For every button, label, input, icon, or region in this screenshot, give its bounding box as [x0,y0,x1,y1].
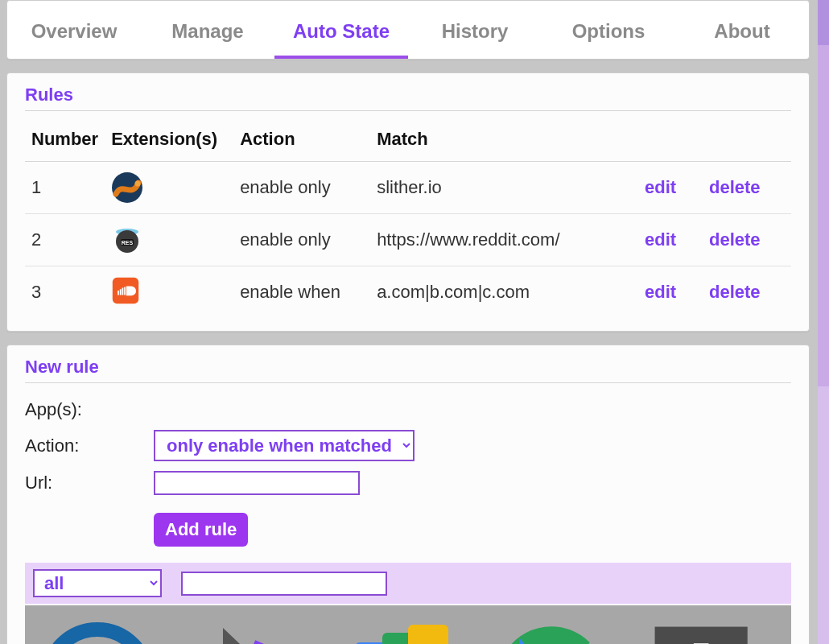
right-accent-bar [818,0,829,644]
svg-text:RES: RES [122,240,134,246]
app-grid: a [25,605,791,644]
column-action: Action [233,122,370,162]
tab-history[interactable]: History [408,9,542,59]
rule-action: enable only [233,162,370,214]
app-filter-bar: all [25,563,791,604]
apps-label: App(s): [25,399,154,420]
filter-type-select[interactable]: all [33,569,162,597]
rule-number: 3 [25,266,105,319]
svg-rect-16 [655,627,748,644]
tab-manage[interactable]: Manage [141,9,274,59]
filter-search-input[interactable] [181,572,387,596]
rules-title: Rules [25,85,791,111]
allrecipes-icon[interactable]: a [41,618,154,644]
rules-table: Number Extension(s) Action Match 1 [25,122,791,318]
column-extensions: Extension(s) [105,122,233,162]
column-number: Number [25,122,105,162]
svg-point-1 [135,181,141,187]
delete-link[interactable]: delete [709,229,761,250]
action-select[interactable]: only enable when matched [154,430,414,461]
edit-link[interactable]: edit [645,177,676,197]
action-label: Action: [25,436,154,456]
rule-number: 2 [25,214,105,266]
delete-link[interactable]: delete [709,282,761,302]
edit-link[interactable]: edit [645,282,676,302]
new-rule-title: New rule [25,357,791,383]
rule-match: slither.io [370,162,638,214]
rule-action: enable only [233,214,370,266]
tab-overview[interactable]: Overview [7,9,141,59]
table-row: 1 enable only slither.io edit d [25,162,791,214]
main-tabs: Overview Manage Auto State History Optio… [6,0,810,60]
add-rule-button[interactable]: Add rule [154,513,248,547]
new-rule-card: New rule App(s): Action: only enable whe… [6,345,810,644]
slither-io-icon [111,171,143,204]
delete-link[interactable]: delete [709,177,761,197]
google-editors-icon[interactable] [344,618,456,644]
cursor-icon[interactable] [192,618,305,644]
rule-match: https://www.reddit.com/ [370,214,638,266]
edit-link[interactable]: edit [645,229,676,250]
google-backup-icon[interactable] [495,618,608,644]
tab-auto-state[interactable]: Auto State [274,9,408,59]
rule-number: 1 [25,162,105,214]
tab-options[interactable]: Options [542,9,675,59]
url-label: Url: [25,473,154,493]
rules-card: Rules Number Extension(s) Action Match 1 [6,72,810,332]
rule-action: enable when [233,266,370,319]
column-match: Match [370,122,638,162]
rule-match: a.com|b.com|c.com [370,266,638,319]
url-input[interactable] [154,471,360,495]
info-icon[interactable] [646,618,759,644]
table-row: 3 enable when a.com|b.com|c.com edit del… [25,266,791,319]
svg-rect-9 [243,640,264,644]
tab-about[interactable]: About [675,9,809,59]
res-icon: RES [111,224,143,256]
svg-rect-12 [408,625,448,644]
table-row: 2 RES enable only https://www.reddi [25,214,791,266]
soundcloud-icon [111,276,143,308]
